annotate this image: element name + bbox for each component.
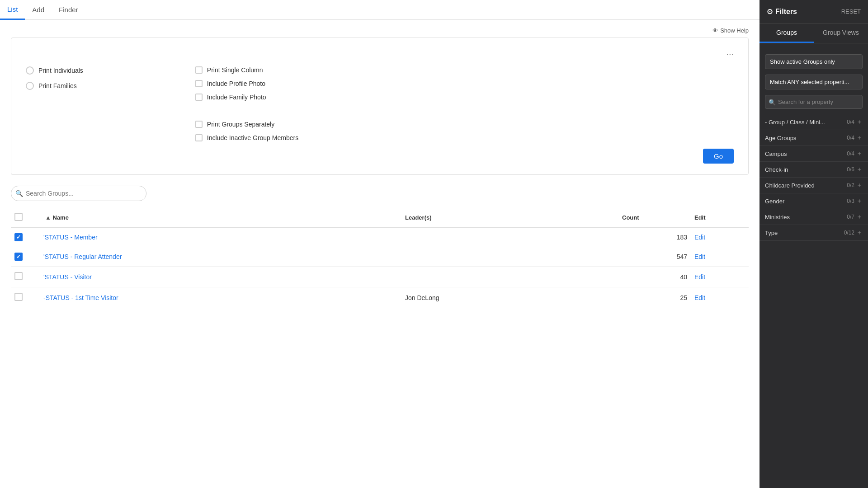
print-individuals-radio[interactable] (26, 66, 34, 75)
include-inactive-members-option[interactable]: Include Inactive Group Members (195, 134, 298, 141)
row-checkbox-3[interactable] (14, 293, 23, 301)
filter-section-count-7: 0/12 ＋ (844, 229, 863, 237)
print-groups-separately-label: Print Groups Separately (207, 121, 274, 128)
row-checkbox-1[interactable] (14, 253, 23, 261)
filter-section-name-5: Gender (765, 198, 784, 205)
group-name-link-1[interactable]: 'STATUS - Regular Attender (43, 253, 122, 260)
table-row: 'STATUS - Regular Attender 547 Edit (11, 247, 749, 267)
print-single-column-checkbox[interactable] (195, 66, 203, 74)
filters-title-label: Filters (775, 8, 797, 16)
table-row: 'STATUS - Member 183 Edit (11, 227, 749, 247)
filter-section-0[interactable]: - Group / Class / Mini... 0/4 ＋ (760, 114, 868, 130)
group-edit-link-0[interactable]: Edit (694, 234, 705, 241)
property-search-wrapper: 🔍 (765, 95, 863, 109)
group-count-0: 183 (618, 227, 691, 247)
print-single-column-label: Print Single Column (207, 66, 263, 74)
include-profile-photo-checkbox[interactable] (195, 80, 203, 87)
search-groups-input[interactable] (11, 186, 146, 201)
group-name-link-3[interactable]: -STATUS - 1st Time Visitor (43, 294, 118, 301)
group-count-1: 547 (618, 247, 691, 267)
show-help-button[interactable]: 👁 Show Help (712, 27, 749, 34)
nav-tab-finder[interactable]: Finder (52, 0, 85, 19)
filter-section-1[interactable]: Age Groups 0/4 ＋ (760, 130, 868, 146)
filter-section-7[interactable]: Type 0/12 ＋ (760, 225, 868, 241)
include-family-photo-option[interactable]: Include Family Photo (195, 94, 298, 101)
reset-button[interactable]: RESET (841, 8, 861, 15)
filter-section-4[interactable]: Childcare Provided 0/2 ＋ (760, 178, 868, 193)
print-groups-separately-option[interactable]: Print Groups Separately (195, 121, 298, 128)
print-families-option[interactable]: Print Families (26, 82, 83, 90)
group-edit-link-1[interactable]: Edit (694, 253, 705, 260)
filter-add-icon-7[interactable]: ＋ (856, 229, 863, 237)
filter-section-name-4: Childcare Provided (765, 182, 815, 189)
active-groups-select[interactable]: Show active Groups only Show all Groups … (765, 54, 863, 69)
sidebar-header: ⊙ Filters RESET (760, 0, 868, 23)
filter-section-5[interactable]: Gender 0/3 ＋ (760, 193, 868, 209)
property-search-input[interactable] (765, 95, 863, 109)
group-count-2: 40 (618, 267, 691, 287)
filter-section-name-2: Campus (765, 150, 787, 157)
filter-add-icon-5[interactable]: ＋ (856, 197, 863, 205)
include-inactive-members-checkbox[interactable] (195, 134, 203, 141)
filter-add-icon-6[interactable]: ＋ (856, 213, 863, 221)
col-leaders-label: Leader(s) (405, 214, 432, 221)
include-family-photo-checkbox[interactable] (195, 94, 203, 101)
group-edit-link-2[interactable]: Edit (694, 273, 705, 281)
filter-section-name-0: - Group / Class / Mini... (765, 119, 825, 126)
property-search-icon: 🔍 (769, 99, 776, 105)
print-groups-separately-checkbox[interactable] (195, 121, 203, 128)
nav-tab-add[interactable]: Add (25, 0, 52, 19)
groups-table: ▲ Name Leader(s) Count Edit (11, 208, 749, 308)
nav-tab-list[interactable]: List (0, 0, 25, 20)
print-checkboxes: Print Single Column Include Profile Phot… (195, 66, 298, 141)
filter-section-count-6: 0/7 ＋ (847, 213, 863, 221)
filter-section-6[interactable]: Ministries 0/7 ＋ (760, 209, 868, 225)
sort-arrow-up-icon: ▲ (45, 214, 51, 221)
print-families-label: Print Families (38, 82, 77, 89)
search-groups-wrapper: 🔍 (11, 186, 146, 201)
filter-add-icon-3[interactable]: ＋ (856, 165, 863, 174)
group-edit-link-3[interactable]: Edit (694, 294, 705, 301)
filter-add-icon-2[interactable]: ＋ (856, 150, 863, 158)
match-dropdown-wrapper: Match ANY selected properti... Match ALL… (765, 75, 863, 89)
include-profile-photo-label: Include Profile Photo (207, 80, 265, 87)
select-all-checkbox[interactable] (14, 213, 23, 221)
row-checkbox-0[interactable] (14, 233, 23, 241)
filter-section-name-7: Type (765, 230, 778, 236)
filter-section-count-3: 0/6 ＋ (847, 165, 863, 174)
group-leaders-3: Jon DeLong (401, 287, 618, 308)
print-single-column-option[interactable]: Print Single Column (195, 66, 298, 74)
col-header-name[interactable]: ▲ Name (40, 208, 401, 227)
col-name-label: Name (53, 214, 69, 221)
print-individuals-label: Print Individuals (38, 67, 83, 74)
row-checkbox-2[interactable] (14, 272, 23, 280)
tab-groups[interactable]: Groups (760, 23, 814, 43)
filter-section-3[interactable]: Check-in 0/6 ＋ (760, 162, 868, 178)
filter-section-count-2: 0/4 ＋ (847, 150, 863, 158)
filter-add-icon-0[interactable]: ＋ (856, 118, 863, 126)
filter-add-icon-4[interactable]: ＋ (856, 181, 863, 189)
search-icon: 🔍 (15, 190, 23, 197)
filter-add-icon-1[interactable]: ＋ (856, 134, 863, 142)
print-families-radio[interactable] (26, 82, 34, 90)
filter-section-count-5: 0/3 ＋ (847, 197, 863, 205)
filter-section-2[interactable]: Campus 0/4 ＋ (760, 146, 868, 162)
col-count-label: Count (622, 214, 639, 221)
filter-section-name-1: Age Groups (765, 135, 796, 141)
print-individuals-option[interactable]: Print Individuals (26, 66, 83, 75)
col-header-count[interactable]: Count (618, 208, 691, 227)
group-name-link-2[interactable]: 'STATUS - Visitor (43, 273, 92, 281)
group-leaders-2 (401, 267, 618, 287)
col-header-leaders[interactable]: Leader(s) (401, 208, 618, 227)
group-name-link-0[interactable]: 'STATUS - Member (43, 234, 98, 241)
print-options-card: ··· Print Individuals Print Families (11, 38, 749, 175)
more-options-button[interactable]: ··· (26, 49, 734, 59)
match-select[interactable]: Match ANY selected properti... Match ALL… (765, 75, 863, 89)
col-header-edit[interactable]: Edit (691, 208, 749, 227)
filter-section-name-3: Check-in (765, 166, 788, 173)
tab-group-views[interactable]: Group Views (814, 23, 868, 43)
filter-icon: ⊙ (767, 7, 773, 16)
include-profile-photo-option[interactable]: Include Profile Photo (195, 80, 298, 87)
go-button[interactable]: Go (703, 149, 734, 164)
sidebar-body: Show active Groups only Show all Groups … (760, 43, 868, 488)
